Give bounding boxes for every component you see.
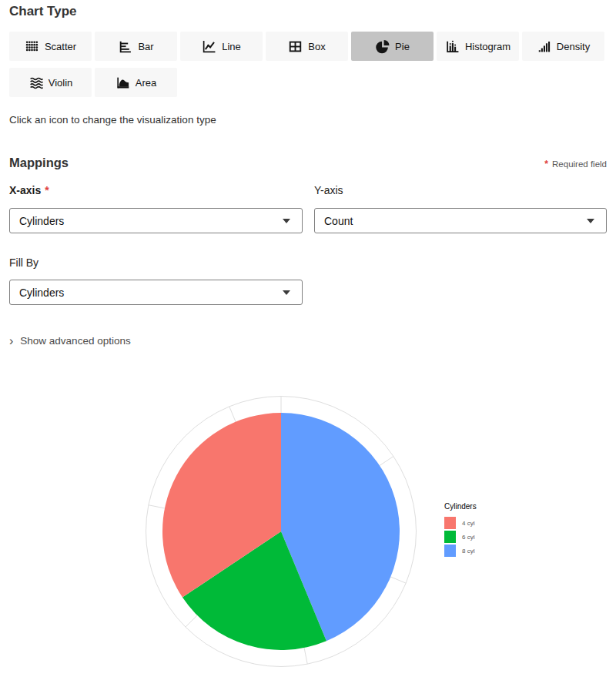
chart-type-button-label: Scatter [45,41,76,52]
x-axis-select-value: Cylinders [19,215,64,227]
chart-type-button-line[interactable]: Line [180,32,263,61]
chart-type-heading: Chart Type [9,4,77,19]
chart-type-button-area[interactable]: Area [95,68,177,97]
y-axis-label: Y-axis [314,184,607,196]
x-axis-label: X-axis* [9,184,303,196]
legend-label: 6 cyl [462,534,474,541]
mapping-fields-row-2: Fill By Cylinders [9,256,303,305]
pie-chart-panel: Cylinders 4 cyl6 cyl8 cyl [0,377,616,687]
caret-down-icon [283,290,290,295]
bar-icon [118,39,132,54]
box-icon [288,39,303,54]
required-note-text: Required field [552,159,607,169]
pie-chart [0,377,616,687]
histogram-icon [445,39,460,54]
polar-axis-tick [229,407,236,423]
fill-by-label: Fill By [9,256,303,269]
polar-axis-tick [304,647,307,664]
legend-item-4-cyl: 4 cyl [444,517,477,529]
legend-label: 8 cyl [462,548,474,555]
scatter-icon [25,39,39,54]
area-icon [116,75,130,90]
chart-type-button-scatter[interactable]: Scatter [9,32,92,61]
chart-type-button-label: Density [557,41,590,52]
chevron-right-icon: › [9,336,13,346]
y-axis-select[interactable]: Count [314,208,607,233]
legend-label: 4 cyl [462,520,474,527]
chart-type-button-label: Pie [395,41,410,52]
chart-type-hint: Click an icon to change the visualizatio… [9,114,216,126]
fill-by-select-value: Cylinders [19,287,64,299]
mapping-fields-row-1: X-axis* Cylinders Y-axis Count [9,184,607,233]
density-icon [537,39,551,54]
advanced-options-label: Show advanced options [20,335,130,347]
polar-axis-tick [379,457,393,467]
legend-item-6-cyl: 6 cyl [444,531,477,543]
chart-type-button-density[interactable]: Density [522,32,604,61]
x-axis-select[interactable]: Cylinders [9,208,303,233]
chart-type-button-label: Bar [138,41,153,52]
chart-type-button-grid: ScatterBarLineBoxPieHistogramDensityViol… [9,32,608,97]
fill-by-select[interactable]: Cylinders [9,280,303,305]
violin-icon [28,75,43,90]
chart-type-button-violin[interactable]: Violin [9,68,92,97]
caret-down-icon [587,219,594,223]
required-field-note: * Required field [544,159,607,169]
pie-icon [375,39,390,54]
chart-type-button-label: Violin [49,77,73,89]
polar-axis-tick [149,505,166,508]
y-axis-field: Y-axis Count [314,184,607,233]
mappings-heading: Mappings [9,156,69,170]
fill-by-field: Fill By Cylinders [9,256,303,305]
legend-title: Cylinders [444,502,477,511]
legend-rows: 4 cyl6 cyl8 cyl [444,517,477,557]
polar-axis-tick [390,577,406,584]
chart-type-button-bar[interactable]: Bar [95,32,177,61]
x-axis-field: X-axis* Cylinders [9,184,303,233]
chart-type-button-box[interactable]: Box [266,32,348,61]
advanced-options-toggle[interactable]: › Show advanced options [9,335,131,347]
chart-type-button-label: Histogram [465,41,511,52]
chart-type-button-histogram[interactable]: Histogram [437,32,519,61]
mappings-header-row: Mappings * Required field [9,156,607,170]
chart-legend: Cylinders 4 cyl6 cyl8 cyl [444,502,477,558]
polar-axis-tick [186,615,198,627]
required-asterisk: * [45,184,49,196]
legend-item-8-cyl: 8 cyl [444,545,477,557]
y-axis-select-value: Count [324,215,353,227]
legend-swatch [444,517,456,529]
caret-down-icon [283,219,290,223]
chart-type-button-pie[interactable]: Pie [351,32,434,61]
legend-swatch [444,545,456,557]
chart-type-button-label: Area [136,77,156,89]
chart-type-button-label: Line [222,41,241,52]
legend-swatch [444,531,456,543]
chart-type-button-label: Box [308,41,325,52]
line-icon [202,39,216,54]
required-asterisk: * [544,159,548,169]
